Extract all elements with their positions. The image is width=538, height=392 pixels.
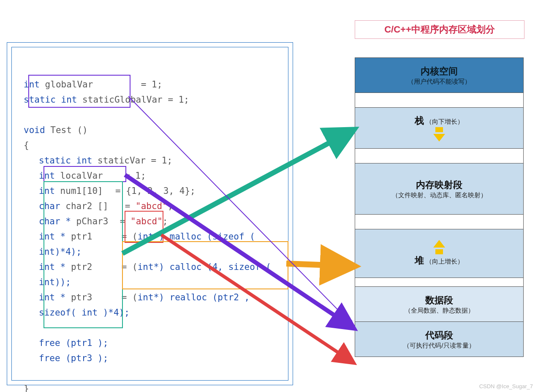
- arrow-orange: [286, 264, 353, 266]
- mem-heap: 堆 （向上增长）: [355, 229, 524, 278]
- code-line-rbrace: }: [24, 381, 276, 392]
- highlight-staticvar: [43, 166, 126, 182]
- kw-void: void: [24, 125, 45, 135]
- mem-gap-3: [355, 215, 524, 229]
- diagram-title: C/C++中程序内存区域划分: [355, 20, 524, 39]
- mem-gap-1: [355, 93, 524, 108]
- id-funcname: Test (): [50, 125, 88, 135]
- eq-globalvar: = 1;: [141, 79, 163, 90]
- code-line-free1: free (ptr1 );: [39, 335, 276, 351]
- highlight-global-static: [28, 75, 130, 108]
- mem-gap-4: [355, 278, 524, 287]
- up-arrow-icon: [355, 240, 523, 254]
- diagram-title-text: C/C++中程序内存区域划分: [384, 24, 495, 35]
- highlight-local-stack: [43, 181, 123, 328]
- memory-diagram: 内核空间 （用户代码不能读写） 栈 （向下增长） 内存映射段 （文件映射、动态库…: [355, 57, 524, 357]
- highlight-malloc-calls: [122, 241, 288, 289]
- code-line-free3: free (ptr3 );: [39, 351, 276, 366]
- watermark: CSDN @Ice_Sugar_7: [479, 383, 533, 389]
- eq-staticglobal: = 1;: [168, 95, 189, 105]
- mem-stack: 栈 （向下增长）: [355, 108, 524, 149]
- mem-gap-2: [355, 149, 524, 163]
- down-arrow-icon: [355, 127, 523, 142]
- mem-text: 代码段 （可执行代码/只读常量）: [355, 322, 524, 357]
- mem-mmap: 内存映射段 （文件映射、动态库、匿名映射）: [355, 163, 524, 215]
- mem-data: 数据段 （全局数据、静态数据）: [355, 287, 524, 322]
- mem-kernel: 内核空间 （用户代码不能读写）: [355, 57, 524, 93]
- code-outer-frame: int globalVar = 1; static int staticGlob…: [7, 42, 293, 385]
- code-line-lbrace: {: [24, 138, 276, 153]
- code-line-funcdecl: void Test (): [24, 122, 276, 138]
- highlight-string-literals: [125, 211, 163, 243]
